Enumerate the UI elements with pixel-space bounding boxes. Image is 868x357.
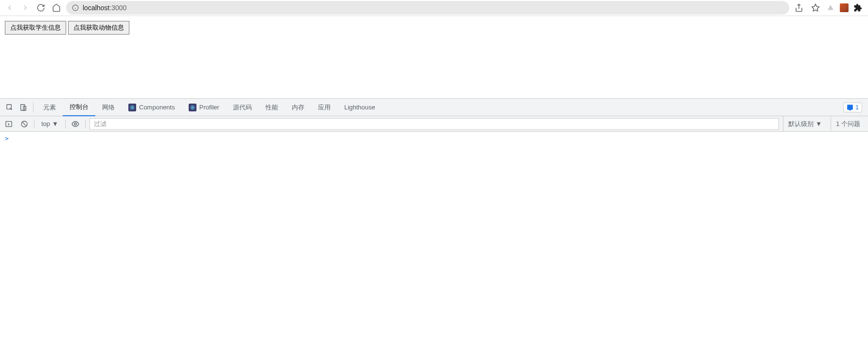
page-content: 点我获取学生信息 点我获取动物信息	[0, 16, 868, 98]
tab-sources[interactable]: 源代码	[226, 99, 259, 116]
issues-count[interactable]: 1 个问题	[831, 116, 865, 131]
filter-input[interactable]	[89, 118, 779, 130]
devtools-tabs: 元素 控制台 网络 Components Profiler 源代码 性能 内存 …	[0, 99, 868, 116]
divider	[34, 120, 35, 128]
chevron-down-icon: ▼	[52, 120, 58, 127]
log-level-selector[interactable]: 默认级别 ▼	[783, 116, 827, 131]
device-toggle-icon[interactable]	[17, 101, 30, 114]
home-button[interactable]	[51, 2, 62, 14]
svg-line-19	[22, 122, 26, 126]
svg-marker-5	[828, 5, 833, 10]
devtools-panel: 元素 控制台 网络 Components Profiler 源代码 性能 内存 …	[0, 98, 868, 341]
back-button[interactable]	[4, 2, 16, 14]
react-icon	[189, 104, 196, 111]
svg-point-9	[132, 107, 133, 108]
forward-button[interactable]	[19, 2, 31, 14]
url-text: localhost:3000	[83, 4, 126, 12]
tab-memory[interactable]: 内存	[285, 99, 311, 116]
reload-button[interactable]	[35, 2, 47, 14]
clear-console-icon[interactable]	[18, 118, 30, 130]
tab-profiler[interactable]: Profiler	[182, 99, 226, 116]
tab-application[interactable]: 应用	[311, 99, 337, 116]
live-expression-icon[interactable]	[70, 118, 81, 130]
message-icon	[847, 104, 853, 111]
tab-network[interactable]: 网络	[95, 99, 122, 116]
console-toolbar: top ▼ 默认级别 ▼ 1 个问题	[0, 116, 868, 132]
toolbar-right	[793, 2, 864, 14]
extension-vue-icon[interactable]	[826, 3, 835, 12]
extensions-puzzle-icon[interactable]	[853, 3, 862, 12]
browser-toolbar: localhost:3000	[0, 0, 868, 16]
address-bar[interactable]: localhost:3000	[66, 1, 789, 15]
svg-point-20	[74, 123, 77, 125]
console-output[interactable]: >	[0, 132, 868, 341]
share-button[interactable]	[793, 2, 805, 14]
svg-rect-7	[21, 105, 25, 110]
svg-marker-4	[812, 4, 819, 11]
tab-elements[interactable]: 元素	[36, 99, 63, 116]
extension-colored-icon[interactable]	[840, 3, 849, 12]
console-prompt: >	[5, 135, 9, 142]
issues-badge[interactable]: 1	[843, 103, 862, 112]
tab-console[interactable]: 控制台	[63, 99, 95, 116]
divider	[85, 120, 86, 128]
console-sidebar-toggle-icon[interactable]	[3, 118, 15, 130]
tab-components[interactable]: Components	[122, 99, 182, 116]
divider	[33, 103, 34, 112]
bookmark-button[interactable]	[810, 2, 821, 14]
react-icon	[128, 104, 136, 111]
inspect-element-icon[interactable]	[3, 101, 17, 114]
context-selector[interactable]: top ▼	[38, 120, 61, 127]
divider	[65, 120, 66, 128]
svg-point-13	[192, 107, 193, 108]
chevron-down-icon: ▼	[815, 120, 822, 127]
get-animals-button[interactable]: 点我获取动物信息	[68, 21, 129, 35]
get-students-button[interactable]: 点我获取学生信息	[5, 21, 66, 35]
tab-performance[interactable]: 性能	[259, 99, 285, 116]
info-icon	[72, 4, 79, 11]
tab-lighthouse[interactable]: Lighthouse	[337, 99, 382, 116]
